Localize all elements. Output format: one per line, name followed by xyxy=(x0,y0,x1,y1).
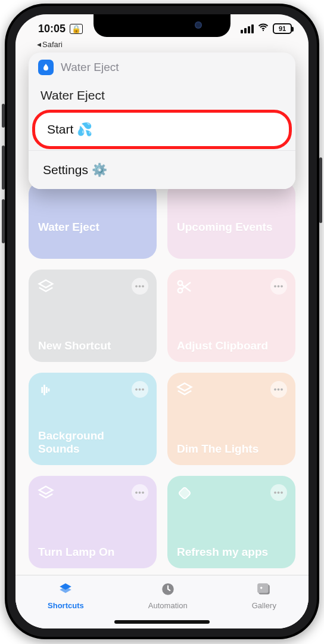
menu-item-settings[interactable]: Settings ⚙️ xyxy=(29,150,295,189)
tab-shortcuts[interactable]: Shortcuts xyxy=(48,581,84,610)
gallery-icon xyxy=(256,581,272,599)
battery-icon: 91 xyxy=(273,23,292,34)
menu-item-start-label: Start 💦 xyxy=(47,122,92,136)
wifi-icon xyxy=(257,21,269,36)
screen: 10:05 🔒 91 ◂ Safari Water Eject Upcoming… xyxy=(15,14,309,628)
action-sheet-header: Water Eject xyxy=(29,52,295,82)
cellular-signal-icon xyxy=(241,24,254,33)
tab-shortcuts-label: Shortcuts xyxy=(48,601,84,610)
svg-rect-6 xyxy=(258,583,269,593)
automation-icon xyxy=(160,581,176,599)
action-sheet-title: Water Eject xyxy=(29,82,295,109)
notch xyxy=(94,14,230,37)
shortcuts-icon xyxy=(57,581,74,599)
tab-automation[interactable]: Automation xyxy=(148,581,188,610)
svg-point-0 xyxy=(263,29,264,30)
menu-item-start[interactable]: Start 💦 xyxy=(32,110,292,149)
orientation-lock-icon: 🔒 xyxy=(70,24,83,34)
volume-up-button xyxy=(2,145,5,190)
status-time: 10:05 xyxy=(38,23,66,35)
tab-gallery-label: Gallery xyxy=(252,601,276,610)
menu-item-settings-label: Settings ⚙️ xyxy=(43,163,107,177)
home-indicator[interactable] xyxy=(114,620,210,624)
action-sheet: Water Eject Water Eject Start 💦 Settings… xyxy=(29,52,295,189)
action-sheet-app-name: Water Eject xyxy=(61,61,119,74)
mute-switch xyxy=(2,104,5,128)
phone-frame: 10:05 🔒 91 ◂ Safari Water Eject Upcoming… xyxy=(5,4,319,639)
volume-down-button xyxy=(2,199,5,243)
water-drop-app-icon xyxy=(38,60,54,75)
power-button xyxy=(319,157,322,223)
tab-gallery[interactable]: Gallery xyxy=(252,581,276,610)
tab-automation-label: Automation xyxy=(148,601,188,610)
